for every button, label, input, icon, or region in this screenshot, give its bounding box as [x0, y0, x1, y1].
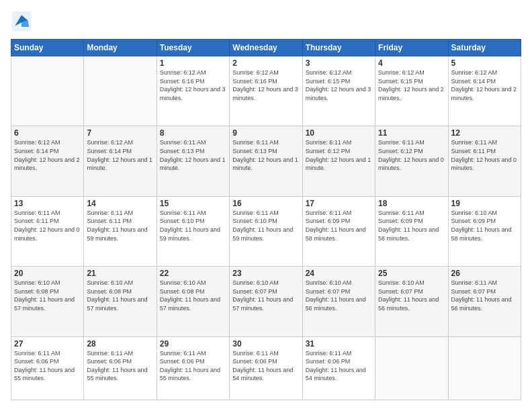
calendar-cell: 11Sunrise: 6:11 AM Sunset: 6:12 PM Dayli… [375, 126, 448, 196]
calendar-week-row: 13Sunrise: 6:11 AM Sunset: 6:11 PM Dayli… [11, 196, 521, 266]
calendar-cell [448, 336, 521, 400]
day-info: Sunrise: 6:10 AM Sunset: 6:08 PM Dayligh… [160, 279, 226, 312]
logo-icon [11, 11, 32, 32]
day-info: Sunrise: 6:10 AM Sunset: 6:08 PM Dayligh… [87, 279, 153, 312]
calendar-week-row: 27Sunrise: 6:11 AM Sunset: 6:06 PM Dayli… [11, 336, 521, 400]
day-info: Sunrise: 6:11 AM Sunset: 6:09 PM Dayligh… [306, 209, 372, 242]
day-info: Sunrise: 6:11 AM Sunset: 6:11 PM Dayligh… [14, 209, 81, 242]
weekday-header: Thursday [302, 40, 375, 56]
day-info: Sunrise: 6:11 AM Sunset: 6:06 PM Dayligh… [306, 349, 372, 383]
day-info: Sunrise: 6:12 AM Sunset: 6:15 PM Dayligh… [306, 68, 372, 102]
weekday-header: Wednesday [230, 40, 302, 56]
day-info: Sunrise: 6:11 AM Sunset: 6:11 PM Dayligh… [87, 209, 153, 242]
day-number: 1 [160, 58, 226, 68]
day-number: 11 [378, 128, 445, 138]
day-info: Sunrise: 6:11 AM Sunset: 6:06 PM Dayligh… [232, 349, 299, 383]
day-info: Sunrise: 6:12 AM Sunset: 6:16 PM Dayligh… [160, 68, 226, 102]
day-info: Sunrise: 6:10 AM Sunset: 6:07 PM Dayligh… [232, 279, 299, 312]
day-number: 16 [232, 199, 299, 208]
calendar-cell: 30Sunrise: 6:11 AM Sunset: 6:06 PM Dayli… [230, 336, 302, 400]
day-number: 21 [87, 269, 153, 278]
weekday-header: Tuesday [157, 40, 229, 56]
calendar-cell: 5Sunrise: 6:12 AM Sunset: 6:14 PM Daylig… [448, 56, 521, 126]
logo [11, 11, 35, 32]
day-number: 29 [160, 339, 226, 349]
day-info: Sunrise: 6:11 AM Sunset: 6:10 PM Dayligh… [232, 209, 299, 242]
calendar-cell: 4Sunrise: 6:12 AM Sunset: 6:15 PM Daylig… [375, 56, 448, 126]
day-number: 25 [378, 269, 445, 278]
calendar-header-row: SundayMondayTuesdayWednesdayThursdayFrid… [11, 40, 521, 56]
day-info: Sunrise: 6:11 AM Sunset: 6:13 PM Dayligh… [232, 138, 299, 172]
day-number: 17 [306, 199, 372, 208]
calendar-cell: 12Sunrise: 6:11 AM Sunset: 6:11 PM Dayli… [448, 126, 521, 196]
day-number: 28 [87, 339, 153, 349]
calendar-cell: 24Sunrise: 6:10 AM Sunset: 6:07 PM Dayli… [302, 267, 375, 336]
calendar-cell [11, 56, 84, 126]
day-info: Sunrise: 6:11 AM Sunset: 6:13 PM Dayligh… [160, 138, 226, 172]
day-number: 18 [378, 199, 445, 208]
calendar-cell: 31Sunrise: 6:11 AM Sunset: 6:06 PM Dayli… [302, 336, 375, 400]
day-info: Sunrise: 6:12 AM Sunset: 6:14 PM Dayligh… [87, 138, 153, 172]
day-info: Sunrise: 6:11 AM Sunset: 6:12 PM Dayligh… [306, 138, 372, 172]
weekday-header: Sunday [11, 40, 84, 56]
calendar-cell: 2Sunrise: 6:12 AM Sunset: 6:16 PM Daylig… [230, 56, 302, 126]
calendar-cell: 14Sunrise: 6:11 AM Sunset: 6:11 PM Dayli… [84, 196, 157, 266]
calendar-cell: 9Sunrise: 6:11 AM Sunset: 6:13 PM Daylig… [230, 126, 302, 196]
day-info: Sunrise: 6:11 AM Sunset: 6:06 PM Dayligh… [87, 349, 153, 383]
day-number: 30 [232, 339, 299, 349]
day-number: 7 [87, 128, 153, 138]
day-info: Sunrise: 6:12 AM Sunset: 6:14 PM Dayligh… [451, 68, 518, 102]
calendar-week-row: 1Sunrise: 6:12 AM Sunset: 6:16 PM Daylig… [11, 56, 521, 126]
day-number: 22 [160, 269, 226, 278]
day-number: 8 [160, 128, 226, 138]
page-header [11, 11, 521, 32]
calendar-cell: 25Sunrise: 6:10 AM Sunset: 6:07 PM Dayli… [375, 267, 448, 336]
calendar-cell: 17Sunrise: 6:11 AM Sunset: 6:09 PM Dayli… [302, 196, 375, 266]
day-info: Sunrise: 6:10 AM Sunset: 6:08 PM Dayligh… [14, 279, 81, 312]
day-info: Sunrise: 6:10 AM Sunset: 6:07 PM Dayligh… [306, 279, 372, 312]
calendar-cell: 6Sunrise: 6:12 AM Sunset: 6:14 PM Daylig… [11, 126, 84, 196]
calendar-cell: 22Sunrise: 6:10 AM Sunset: 6:08 PM Dayli… [157, 267, 229, 336]
calendar-cell: 10Sunrise: 6:11 AM Sunset: 6:12 PM Dayli… [302, 126, 375, 196]
calendar-cell: 26Sunrise: 6:11 AM Sunset: 6:07 PM Dayli… [448, 267, 521, 336]
day-number: 3 [306, 58, 372, 68]
day-number: 26 [451, 269, 518, 278]
day-number: 14 [87, 199, 153, 208]
day-info: Sunrise: 6:11 AM Sunset: 6:11 PM Dayligh… [451, 138, 518, 172]
day-number: 2 [232, 58, 299, 68]
calendar-table: SundayMondayTuesdayWednesdayThursdayFrid… [11, 39, 521, 400]
day-info: Sunrise: 6:12 AM Sunset: 6:14 PM Dayligh… [14, 138, 81, 172]
calendar-cell: 27Sunrise: 6:11 AM Sunset: 6:06 PM Dayli… [11, 336, 84, 400]
day-info: Sunrise: 6:11 AM Sunset: 6:10 PM Dayligh… [160, 209, 226, 242]
calendar-cell: 1Sunrise: 6:12 AM Sunset: 6:16 PM Daylig… [157, 56, 229, 126]
calendar-week-row: 6Sunrise: 6:12 AM Sunset: 6:14 PM Daylig… [11, 126, 521, 196]
day-number: 5 [451, 58, 518, 68]
calendar-cell: 16Sunrise: 6:11 AM Sunset: 6:10 PM Dayli… [230, 196, 302, 266]
calendar-cell: 20Sunrise: 6:10 AM Sunset: 6:08 PM Dayli… [11, 267, 84, 336]
calendar-cell: 23Sunrise: 6:10 AM Sunset: 6:07 PM Dayli… [230, 267, 302, 336]
calendar-cell: 3Sunrise: 6:12 AM Sunset: 6:15 PM Daylig… [302, 56, 375, 126]
day-number: 6 [14, 128, 81, 138]
day-number: 13 [14, 199, 81, 208]
calendar-cell [375, 336, 448, 400]
day-number: 19 [451, 199, 518, 208]
calendar-week-row: 20Sunrise: 6:10 AM Sunset: 6:08 PM Dayli… [11, 267, 521, 336]
day-number: 31 [306, 339, 372, 349]
day-info: Sunrise: 6:11 AM Sunset: 6:06 PM Dayligh… [160, 349, 226, 383]
day-number: 23 [232, 269, 299, 278]
calendar-cell: 13Sunrise: 6:11 AM Sunset: 6:11 PM Dayli… [11, 196, 84, 266]
day-info: Sunrise: 6:10 AM Sunset: 6:07 PM Dayligh… [378, 279, 445, 312]
day-info: Sunrise: 6:11 AM Sunset: 6:09 PM Dayligh… [378, 209, 445, 242]
calendar-cell: 28Sunrise: 6:11 AM Sunset: 6:06 PM Dayli… [84, 336, 157, 400]
calendar-cell: 18Sunrise: 6:11 AM Sunset: 6:09 PM Dayli… [375, 196, 448, 266]
calendar-cell: 15Sunrise: 6:11 AM Sunset: 6:10 PM Dayli… [157, 196, 229, 266]
calendar-cell [84, 56, 157, 126]
day-number: 15 [160, 199, 226, 208]
day-number: 12 [451, 128, 518, 138]
weekday-header: Saturday [448, 40, 521, 56]
day-info: Sunrise: 6:11 AM Sunset: 6:06 PM Dayligh… [14, 349, 81, 383]
day-info: Sunrise: 6:10 AM Sunset: 6:09 PM Dayligh… [451, 209, 518, 242]
day-number: 9 [232, 128, 299, 138]
day-info: Sunrise: 6:11 AM Sunset: 6:07 PM Dayligh… [451, 279, 518, 312]
calendar-cell: 21Sunrise: 6:10 AM Sunset: 6:08 PM Dayli… [84, 267, 157, 336]
